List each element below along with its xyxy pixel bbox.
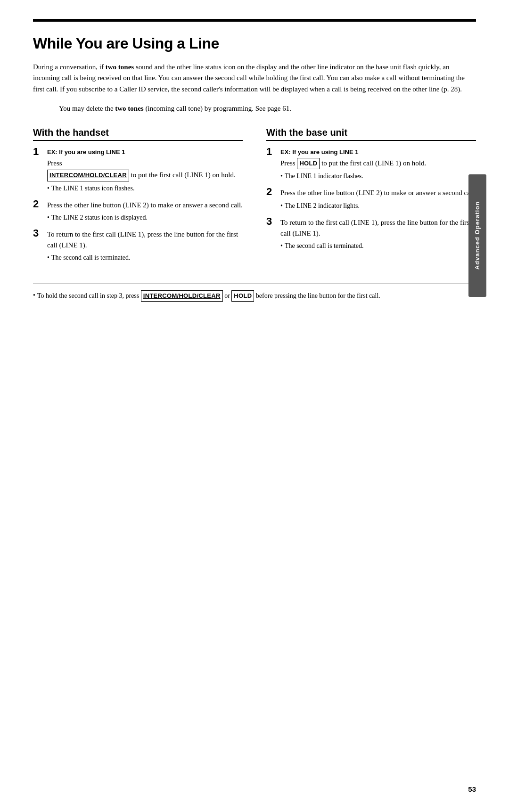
footnote-section: • To hold the second call in step 3, pre…: [33, 283, 476, 302]
intercom-hold-clear-button: INTERCOM/HOLD/CLEAR: [47, 170, 129, 181]
step-num-left-2: 2: [33, 199, 43, 209]
step-num-right-3: 3: [266, 216, 277, 227]
footnote-row: • To hold the second call in step 3, pre…: [33, 290, 476, 302]
hold-button-1: HOLD: [297, 158, 320, 169]
step2-left-text: Press the other line button (LINE 2) to …: [47, 201, 243, 209]
step3-right-bullet-text: The second call is terminated.: [285, 241, 364, 251]
step1-left-bullet-text: The LINE 1 status icon flashes.: [51, 183, 135, 193]
step-num-right-2: 2: [266, 187, 277, 197]
step2-right-text: Press the other line button (LINE 2) to …: [280, 189, 476, 197]
footnote-hold-button: HOLD: [231, 290, 254, 302]
page: While You are Using a Line During a conv…: [0, 0, 509, 812]
step3-left-bullet: The second call is terminated.: [47, 253, 243, 262]
step1-right-bullet-text: The LINE 1 indicator flashes.: [285, 171, 363, 181]
left-step-1: 1 EX: If you are using LINE 1 Press INTE…: [33, 148, 243, 193]
right-step-2: 2 Press the other line button (LINE 2) t…: [266, 188, 476, 210]
press-label-left-1: Press: [47, 158, 243, 169]
indent-paragraph: You may delete the two tones (incoming c…: [59, 103, 476, 114]
ex-label-right-1: EX: If you are using LINE 1: [280, 148, 476, 157]
right-step-3: 3 To return to the first call (LINE 1), …: [266, 217, 476, 251]
step3-left-bullet-text: The second call is terminated.: [51, 253, 131, 262]
bold-two-tones-1: two tones: [106, 63, 134, 71]
step-content-right-2: Press the other line button (LINE 2) to …: [280, 188, 476, 210]
ex-label-left-1: EX: If you are using LINE 1: [47, 148, 243, 157]
step2-right-bullet-text: The LINE 2 indicator lights.: [285, 201, 360, 211]
step-num-left-1: 1: [33, 147, 43, 157]
step3-right-bullet: The second call is terminated.: [280, 241, 476, 251]
step3-right-text: To return to the first call (LINE 1), pr…: [280, 219, 471, 237]
footnote-bullet-dot: •: [33, 290, 35, 302]
step1-left-text-after: to put the first call (LINE 1) on hold.: [131, 171, 236, 179]
handset-heading: With the handset: [33, 127, 243, 141]
step1-right-bullet: The LINE 1 indicator flashes.: [280, 171, 476, 181]
step2-left-bullet: The LINE 2 status icon is displayed.: [47, 213, 243, 222]
right-step-1: 1 EX: If you are using LINE 1 Press HOLD…: [266, 148, 476, 181]
step3-left-text: To return to the first call (LINE 1), pr…: [47, 230, 238, 249]
step-content-left-2: Press the other line button (LINE 2) to …: [47, 200, 243, 222]
footnote-intercom-button: INTERCOM/HOLD/CLEAR: [141, 290, 223, 302]
step-num-left-3: 3: [33, 228, 43, 238]
two-column-section: With the handset 1 EX: If you are using …: [33, 127, 476, 269]
intro-paragraph: During a conversation, if two tones soun…: [33, 62, 476, 95]
left-step-3: 3 To return to the first call (LINE 1), …: [33, 229, 243, 263]
base-unit-column: With the base unit 1 EX: If you are usin…: [262, 127, 476, 269]
base-unit-heading: With the base unit: [266, 127, 476, 141]
step-content-left-3: To return to the first call (LINE 1), pr…: [47, 229, 243, 263]
step2-left-bullet-text: The LINE 2 status icon is displayed.: [51, 213, 148, 222]
left-step-2: 2 Press the other line button (LINE 2) t…: [33, 200, 243, 222]
top-border: [33, 19, 476, 22]
step2-right-bullet: The LINE 2 indicator lights.: [280, 201, 476, 211]
handset-column: With the handset 1 EX: If you are using …: [33, 127, 247, 269]
step-content-right-1: EX: If you are using LINE 1 Press HOLD t…: [280, 148, 476, 181]
bold-two-tones-2: two tones: [115, 105, 143, 112]
step-content-right-3: To return to the first call (LINE 1), pr…: [280, 217, 476, 251]
step1-right-text: Press HOLD to put the first call (LINE 1…: [280, 159, 426, 167]
side-tab-label: Advanced Operation: [474, 201, 481, 270]
page-number: 53: [468, 785, 476, 793]
advanced-operation-tab: Advanced Operation: [468, 174, 486, 297]
step-num-right-1: 1: [266, 147, 277, 157]
step1-left-bullet: The LINE 1 status icon flashes.: [47, 183, 243, 193]
page-title: While You are Using a Line: [33, 35, 476, 52]
step-content-left-1: EX: If you are using LINE 1 Press INTERC…: [47, 148, 243, 193]
footnote-text: To hold the second call in step 3, press…: [37, 290, 380, 302]
